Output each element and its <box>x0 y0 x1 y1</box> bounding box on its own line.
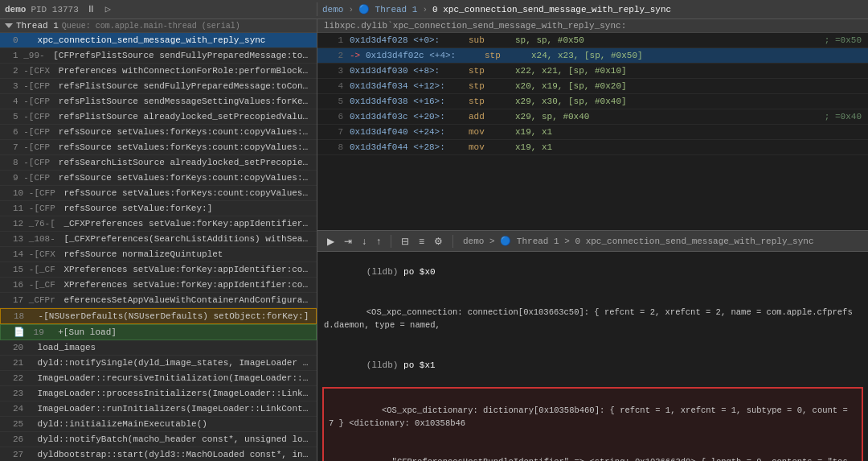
console-output-x1-1: <OS_xpc_dictionary: dictionary[0x10358b4… <box>329 391 857 442</box>
options-btn[interactable]: ⚙ <box>431 234 446 249</box>
stack-frame-6[interactable]: 6 -[CFP refsSource setValues:forKeys:cou… <box>0 125 317 140</box>
lldb-console[interactable]: (lldb) po $x0 <OS_xpc_connection: connec… <box>317 252 868 461</box>
left-panel-header: demo PID 13773 ⏸ ▷ <box>0 2 317 16</box>
stack-frame-21[interactable]: 21 dyld::notifySingle(dyld_image_states,… <box>0 356 317 371</box>
asm-line-5: 5 0x1d3d4f038 <+16>: stp x29, x30, [sp, … <box>317 94 868 109</box>
asm-line-6: 6 0x1d3d4f03c <+20>: add x29, sp, #0x40 … <box>317 109 868 125</box>
stack-frame-24[interactable]: 24 ImageLoader::runInitializers(ImageLoa… <box>0 401 317 417</box>
toolbar-separator <box>391 235 391 248</box>
breadcrumb-thread: 🔵 Thread 1 <box>358 4 417 14</box>
toggle-view-btn[interactable]: ⊟ <box>398 234 412 249</box>
stack-frame-17[interactable]: 17 _CFPr eferencesSetAppValueWithContain… <box>0 293 317 308</box>
collapse-icon[interactable] <box>5 23 13 28</box>
stack-frame-11[interactable]: 11 -[CFP refsSource setValue:forKey:] <box>0 201 317 216</box>
toolbar-breadcrumb: demo > 🔵 Thread 1 > 0 xpc_connection_sen… <box>463 236 813 246</box>
stack-trace-panel[interactable]: Thread 1 Queue: com.apple.main-thread (s… <box>0 19 317 461</box>
play-btn[interactable]: ▶ <box>324 234 338 249</box>
stack-frame-26[interactable]: 26 dyld::notifyBatch(macho_header const*… <box>0 432 317 447</box>
thread-label: Thread 1 <box>16 21 59 31</box>
asm-line-8: 8 0x1d3d4f044 <+28>: mov x19, x1 <box>317 140 868 155</box>
app-title: demo <box>5 5 26 14</box>
stack-frame-5[interactable]: 5 -[CFP refsPlistSource alreadylocked_se… <box>0 109 317 125</box>
pause-icon[interactable]: ⏸ <box>84 2 98 16</box>
stack-frame-22[interactable]: 22 ImageLoader::recursiveInitialization(… <box>0 371 317 386</box>
console-output-x0: <OS_xpc_connection: connection[0x103663c… <box>317 292 868 345</box>
right-panel: libxpc.dylib`xpc_connection_send_message… <box>317 19 868 461</box>
stack-frame-10[interactable]: 10 -[CFP refsSource setValues:forKeys:co… <box>0 186 317 201</box>
stack-frame-1[interactable]: 1 _99- [CFPrefsPlistSource sendFullyPrep… <box>0 48 317 64</box>
breadcrumb-demo: demo <box>322 5 343 14</box>
console-output-x1-box: <OS_xpc_dictionary: dictionary[0x10358b4… <box>322 387 863 461</box>
asm-line-2: 2 -> 0x1d3d4f02c <+4>: stp x24, x23, [sp… <box>317 48 868 64</box>
stack-frame-18[interactable]: 18 -[NSUserDefaults(NSUserDefaults) setO… <box>0 308 317 324</box>
step-over-btn[interactable]: ⇥ <box>341 234 355 249</box>
stack-frame-3[interactable]: 3 -[CFP refsPlistSource sendFullyPrepare… <box>0 79 317 94</box>
pid-label: PID 13773 <box>31 5 78 14</box>
right-panel-header: demo › 🔵 Thread 1 › 0 xpc_connection_sen… <box>317 4 868 14</box>
stack-frame-7[interactable]: 7 -[CFP refsSource setValues:forKeys:cou… <box>0 140 317 155</box>
stack-frame-16[interactable]: 16 -[_CF XPreferences setValue:forKey:ap… <box>0 278 317 293</box>
toolbar-separator-2 <box>452 235 453 248</box>
breadcrumb-frame: 0 xpc_connection_send_message_with_reply… <box>432 5 671 14</box>
stack-frame-13[interactable]: 13 _108- [_CFXPreferences(SearchListAddi… <box>0 232 317 247</box>
console-prompt-x0: (lldb) po $x0 <box>317 252 868 292</box>
stack-frame-27[interactable]: 27 dyldbootstrap::start(dyld3::MachOLoad… <box>0 447 317 461</box>
stack-frame-9[interactable]: 9 -[CFP refsSource setValues:forKeys:cou… <box>0 171 317 186</box>
stack-frame-19[interactable]: 📄 19 +[Sun load] <box>0 324 317 340</box>
stack-frame-15[interactable]: 15 -[_CF XPreferences setValue:forKey:ap… <box>0 262 317 278</box>
stack-frame-12[interactable]: 12 _76-[ _CFXPreferences setValue:forKey… <box>0 216 317 232</box>
asm-line-3: 3 0x1d3d4f030 <+8>: stp x22, x21, [sp, #… <box>317 64 868 79</box>
console-output-x1-2: "CFPreferencesHostBundleIdentifier" => <… <box>329 442 857 461</box>
thread-queue: Queue: com.apple.main-thread (serial) <box>62 22 240 31</box>
stack-frame-2[interactable]: 2 -[CFX Preferences withConnectionForRol… <box>0 64 317 79</box>
stack-frame-25[interactable]: 25 dyld::initializeMainExecutable() <box>0 417 317 432</box>
thread-header: Thread 1 Queue: com.apple.main-thread (s… <box>0 19 317 33</box>
asm-line-4: 4 0x1d3d4f034 <+12>: stp x20, x19, [sp, … <box>317 79 868 94</box>
assembly-function-header: libxpc.dylib`xpc_connection_send_message… <box>317 19 868 33</box>
debug-toolbar: ▶ ⇥ ↓ ↑ ⊟ ≡ ⚙ demo > 🔵 Thread 1 > 0 xpc_… <box>317 231 868 252</box>
stack-frame-23[interactable]: 23 ImageLoader::processInitializers(Imag… <box>0 386 317 401</box>
main-content: Thread 1 Queue: com.apple.main-thread (s… <box>0 19 868 461</box>
stack-frame-4[interactable]: 4 -[CFP refsPlistSource sendMessageSetti… <box>0 94 317 109</box>
top-bar: demo PID 13773 ⏸ ▷ demo › 🔵 Thread 1 › 0… <box>0 0 868 19</box>
stack-frame-20[interactable]: 20 load_images <box>0 340 317 356</box>
console-prompt-x1: (lldb) po $x1 <box>317 345 868 385</box>
step-into-btn[interactable]: ↓ <box>358 234 370 249</box>
stack-frame-0[interactable]: 0 xpc_connection_send_message_with_reply… <box>0 33 317 48</box>
stack-frame-14[interactable]: 14 -[CFX refsSource normalizeQuintuplet <box>0 247 317 262</box>
step-out-btn[interactable]: ↑ <box>373 234 384 249</box>
asm-line-1: 1 0x1d3d4f028 <+0>: sub sp, sp, #0x50 ; … <box>317 33 868 48</box>
assembly-view[interactable]: libxpc.dylib`xpc_connection_send_message… <box>317 19 868 231</box>
stack-frame-8[interactable]: 8 -[CFP refsSearchListSource alreadylock… <box>0 155 317 171</box>
assembly-function-name: libxpc.dylib`xpc_connection_send_message… <box>324 21 626 31</box>
asm-line-7: 7 0x1d3d4f040 <+24>: mov x19, x1 <box>317 125 868 140</box>
thread-btn[interactable]: ≡ <box>416 234 428 249</box>
step-icon[interactable]: ▷ <box>103 2 113 16</box>
